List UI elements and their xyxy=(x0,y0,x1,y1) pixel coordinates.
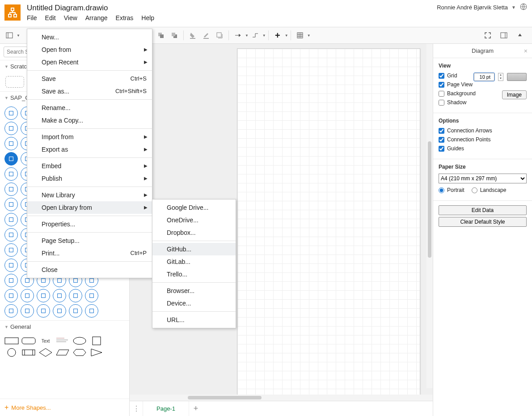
menu-item[interactable]: Google Drive... xyxy=(152,201,236,214)
to-back-icon[interactable] xyxy=(169,30,180,41)
shape-roundrect[interactable] xyxy=(21,336,36,345)
menu-item[interactable]: Trello... xyxy=(152,268,236,280)
menu-item[interactable]: Make a Copy... xyxy=(27,114,152,127)
menu-item[interactable]: Open Recent▶ xyxy=(27,56,152,68)
shape-stencil[interactable] xyxy=(4,274,18,287)
insert-icon[interactable]: + xyxy=(272,30,283,41)
menu-view[interactable]: View xyxy=(64,14,77,21)
menu-item[interactable]: Import from▶ xyxy=(27,131,152,143)
fill-color-icon[interactable] xyxy=(187,30,198,41)
menu-item[interactable]: OneDrive... xyxy=(152,214,236,226)
shape-stencil[interactable] xyxy=(69,289,82,302)
globe-icon[interactable] xyxy=(519,3,528,12)
shape-stencil[interactable] xyxy=(53,304,66,318)
sidebar-toggle-icon[interactable] xyxy=(4,30,15,41)
connection-points-checkbox[interactable]: Connection Points xyxy=(439,136,527,143)
page-tab[interactable]: Page-1 xyxy=(143,401,189,416)
shape-stencil[interactable] xyxy=(4,122,18,135)
menu-extras[interactable]: Extras xyxy=(116,14,134,21)
shadow-checkbox[interactable]: Shadow xyxy=(439,99,527,106)
background-image-button[interactable]: Image xyxy=(502,90,527,99)
shape-stencil[interactable] xyxy=(53,289,66,302)
menu-item[interactable]: URL... xyxy=(152,314,236,326)
shape-stencil[interactable] xyxy=(4,213,18,226)
format-panel-icon[interactable] xyxy=(498,30,510,41)
shadow-icon[interactable] xyxy=(214,30,225,41)
shape-stencil[interactable] xyxy=(4,228,18,242)
grid-color-swatch[interactable] xyxy=(507,73,527,81)
to-front-icon[interactable] xyxy=(155,30,167,41)
shape-stencil[interactable] xyxy=(4,167,18,181)
user-menu[interactable]: Ronnie André Bjørvik Sletta ▼ xyxy=(437,3,528,12)
shape-stencil[interactable] xyxy=(4,198,18,211)
landscape-radio[interactable]: Landscape xyxy=(472,187,507,193)
shape-stencil[interactable] xyxy=(21,304,34,318)
page-menu-icon[interactable]: ⋮ xyxy=(130,401,143,416)
edit-data-button[interactable]: Edit Data xyxy=(439,205,527,215)
shape-stencil[interactable] xyxy=(85,289,98,302)
shape-text[interactable]: Text xyxy=(38,336,53,345)
menu-item[interactable]: Properties... xyxy=(27,218,152,230)
menu-item[interactable]: Save as...Ctrl+Shift+S xyxy=(27,85,152,98)
shape-stencil[interactable] xyxy=(4,259,18,272)
menu-item[interactable]: Print...Ctrl+P xyxy=(27,247,152,259)
chevron-down-icon[interactable]: ▼ xyxy=(285,34,288,38)
menu-item[interactable]: New... xyxy=(27,31,152,43)
guides-checkbox[interactable]: Guides xyxy=(439,145,527,152)
vertical-scrollbar[interactable] xyxy=(426,44,433,388)
menu-item[interactable]: GitLab... xyxy=(152,255,236,268)
shape-rect[interactable] xyxy=(4,336,19,345)
connection-icon[interactable] xyxy=(232,30,244,41)
more-shapes-button[interactable]: +More Shapes... xyxy=(0,399,129,416)
shape-stencil[interactable] xyxy=(37,304,50,318)
line-color-icon[interactable] xyxy=(200,30,212,41)
horizontal-scrollbar[interactable] xyxy=(130,395,433,401)
paper-size-select[interactable]: A4 (210 mm x 297 mm) xyxy=(439,174,527,183)
menu-item[interactable]: Open Library from▶ xyxy=(27,201,152,214)
shape-stencil[interactable] xyxy=(69,304,82,318)
chevron-down-icon[interactable]: ▼ xyxy=(17,34,20,38)
shape-stencil[interactable] xyxy=(4,243,18,257)
menu-item[interactable]: New Library▶ xyxy=(27,189,152,201)
shape-stencil[interactable] xyxy=(37,289,50,302)
grid-size-input[interactable]: 10 pt xyxy=(474,73,494,81)
shape-stencil[interactable] xyxy=(4,106,18,120)
shape-triangle[interactable] xyxy=(89,348,104,357)
collapse-icon[interactable] xyxy=(514,30,526,41)
menu-item[interactable]: Rename... xyxy=(27,102,152,114)
shape-hexagon[interactable] xyxy=(72,348,87,357)
shape-circle[interactable] xyxy=(4,348,19,357)
shape-textbox[interactable] xyxy=(55,336,70,345)
grid-checkbox[interactable]: Grid xyxy=(439,72,457,79)
shape-stencil[interactable] xyxy=(4,152,18,166)
background-checkbox[interactable]: Background xyxy=(439,90,476,97)
shape-parallelogram[interactable] xyxy=(55,348,70,357)
menu-item[interactable]: Export as▶ xyxy=(27,143,152,156)
menu-item[interactable]: Close xyxy=(27,263,152,276)
menu-file[interactable]: File xyxy=(27,14,37,21)
add-page-button[interactable]: + xyxy=(189,404,203,413)
shape-stencil[interactable] xyxy=(4,289,18,302)
menu-item[interactable]: Embed▶ xyxy=(27,160,152,172)
chevron-down-icon[interactable]: ▼ xyxy=(307,34,311,38)
clear-style-button[interactable]: Clear Default Style xyxy=(439,217,527,227)
close-icon[interactable]: × xyxy=(524,47,528,55)
menu-item[interactable]: SaveCtrl+S xyxy=(27,72,152,85)
general-section[interactable]: ▼General xyxy=(0,320,129,333)
pageview-checkbox[interactable]: Page View xyxy=(439,81,527,88)
shape-stencil[interactable] xyxy=(4,183,18,196)
shape-process[interactable] xyxy=(21,348,36,357)
chevron-down-icon[interactable]: ▼ xyxy=(245,34,249,38)
shape-stencil[interactable] xyxy=(21,289,34,302)
menu-item[interactable]: Page Setup... xyxy=(27,234,152,247)
connection-arrows-checkbox[interactable]: Connection Arrows xyxy=(439,127,527,134)
menu-edit[interactable]: Edit xyxy=(45,14,56,21)
menu-item[interactable]: GitHub... xyxy=(152,243,236,255)
menu-help[interactable]: Help xyxy=(141,14,154,21)
shape-ellipse[interactable] xyxy=(72,336,87,345)
menu-item[interactable]: Browser... xyxy=(152,284,236,297)
shape-stencil[interactable] xyxy=(85,304,98,318)
shape-diamond[interactable] xyxy=(38,348,53,357)
portrait-radio[interactable]: Portrait xyxy=(439,187,464,193)
waypoint-icon[interactable] xyxy=(249,30,261,41)
